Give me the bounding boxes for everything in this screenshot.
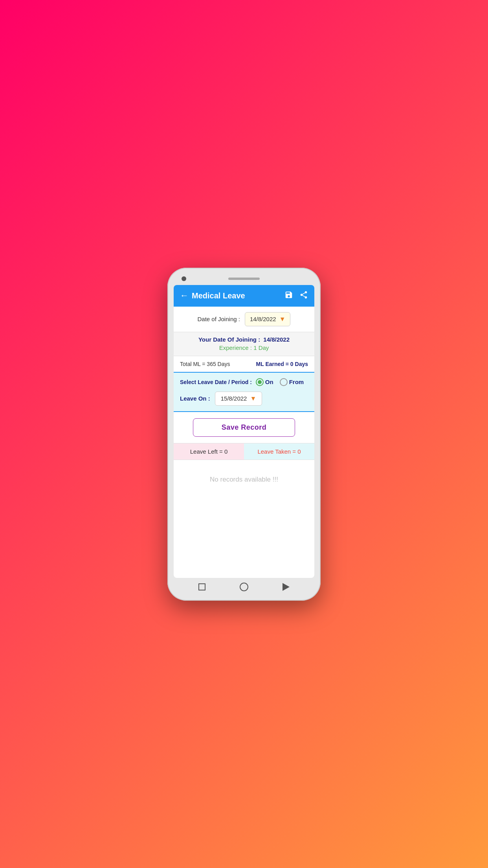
leave-on-row: Leave On : 15/8/2022 ▼ [180, 392, 308, 406]
phone-screen: ← Medical Leave Date of Joining : [174, 285, 314, 578]
leave-date-dropdown[interactable]: 15/8/2022 ▼ [215, 392, 262, 406]
leave-left-box: Leave Left = 0 [174, 443, 244, 460]
leave-dropdown-arrow: ▼ [250, 395, 256, 402]
nav-back-button[interactable] [198, 583, 205, 590]
nav-home-button[interactable] [240, 583, 248, 591]
leave-period-label: Select Leave Date / Period : [180, 379, 252, 385]
back-button[interactable]: ← [180, 291, 189, 301]
radio-on[interactable]: On [256, 378, 273, 386]
radio-group: On From [256, 378, 304, 386]
save-section: Save Record [174, 412, 314, 443]
leave-stats-row: Leave Left = 0 Leave Taken = 0 [174, 443, 314, 460]
leave-taken-box: Leave Taken = 0 [244, 443, 314, 460]
save-record-button[interactable]: Save Record [193, 418, 295, 437]
doj-selected-date: 14/8/2022 [250, 316, 276, 322]
page-title: Medical Leave [192, 291, 245, 300]
total-ml-stat: Total ML = 365 Days [180, 361, 230, 367]
nav-recent-button[interactable] [283, 583, 290, 591]
save-icon[interactable] [284, 291, 293, 301]
experience-info: Experience : 1 Day [180, 344, 308, 351]
no-records-message: No records available !!! [174, 460, 314, 499]
ml-earned-stat: ML Earned = 0 Days [256, 361, 308, 367]
leave-period-row: Select Leave Date / Period : On From [180, 378, 308, 386]
phone-top-bar [174, 274, 314, 285]
leave-selected-date: 15/8/2022 [221, 395, 247, 402]
speaker [228, 278, 260, 280]
radio-from[interactable]: From [280, 378, 304, 386]
joining-date-info: Your Date Of Joining : 14/8/2022 [180, 336, 308, 343]
share-icon[interactable] [299, 291, 308, 301]
camera [182, 276, 186, 281]
header-left: ← Medical Leave [180, 291, 245, 301]
header-icons [284, 291, 308, 301]
doj-dropdown[interactable]: 14/8/2022 ▼ [245, 312, 291, 326]
leave-on-label: Leave On : [180, 395, 210, 402]
doj-label: Date of Joining : [198, 316, 240, 322]
phone-bottom-nav [174, 578, 314, 594]
radio-on-circle[interactable] [256, 378, 264, 386]
radio-from-label: From [289, 379, 304, 385]
doj-dropdown-arrow: ▼ [279, 316, 286, 323]
radio-on-label: On [265, 379, 273, 385]
empty-space [174, 499, 314, 578]
radio-from-circle[interactable] [280, 378, 288, 386]
doj-row: Date of Joining : 14/8/2022 ▼ [174, 307, 314, 332]
phone-frame: ← Medical Leave Date of Joining : [167, 268, 321, 601]
leave-date-section: Select Leave Date / Period : On From Lea… [174, 373, 314, 412]
ml-stats-row: Total ML = 365 Days ML Earned = 0 Days [174, 356, 314, 373]
info-section: Your Date Of Joining : 14/8/2022 Experie… [174, 332, 314, 356]
app-header: ← Medical Leave [174, 285, 314, 307]
